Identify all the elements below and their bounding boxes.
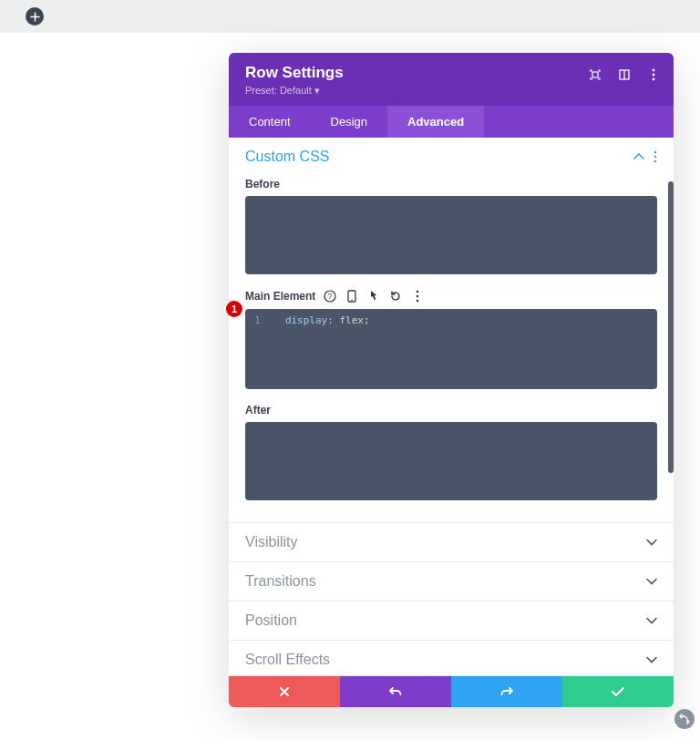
tab-content[interactable]: Content xyxy=(229,106,311,138)
settings-tabs: Content Design Advanced xyxy=(229,106,674,138)
svg-point-3 xyxy=(653,69,655,72)
resize-icon xyxy=(679,714,690,725)
before-code-editor[interactable] xyxy=(245,196,657,274)
undo-icon xyxy=(388,685,403,698)
close-icon xyxy=(278,685,291,698)
annotation-badge: 1 xyxy=(226,301,242,317)
modal-footer xyxy=(229,676,674,707)
section-header-visibility[interactable]: Visibility xyxy=(229,523,674,561)
section-title: Custom CSS xyxy=(245,149,329,165)
after-code-editor[interactable] xyxy=(245,422,657,500)
phone-icon[interactable] xyxy=(345,289,359,303)
help-icon[interactable]: ? xyxy=(323,289,337,303)
section-title: Position xyxy=(245,612,297,629)
tab-design[interactable]: Design xyxy=(311,106,387,138)
chevron-down-icon xyxy=(646,654,657,665)
chevron-down-icon xyxy=(646,537,657,548)
chevron-down-icon xyxy=(646,615,657,626)
svg-rect-0 xyxy=(592,72,598,77)
svg-point-14 xyxy=(417,295,419,298)
tab-advanced[interactable]: Advanced xyxy=(387,106,484,138)
redo-icon xyxy=(499,685,514,698)
section-kebab-icon[interactable] xyxy=(654,150,657,163)
save-button[interactable] xyxy=(562,676,674,707)
section-transitions: Transitions xyxy=(229,562,674,601)
resize-handle[interactable] xyxy=(674,709,695,729)
svg-point-7 xyxy=(654,156,657,159)
svg-point-12 xyxy=(352,299,354,301)
expand-icon[interactable] xyxy=(588,67,602,82)
code-colon: : xyxy=(327,314,334,326)
chevron-up-icon[interactable] xyxy=(633,151,644,162)
field-before: Before xyxy=(229,176,674,287)
hover-icon[interactable] xyxy=(366,289,381,303)
section-header-transitions[interactable]: Transitions xyxy=(229,562,674,601)
add-section-button[interactable] xyxy=(26,7,44,26)
section-title: Visibility xyxy=(245,534,298,550)
code-value: flex xyxy=(339,314,364,326)
preset-dropdown[interactable]: Preset: Default ▾ xyxy=(245,85,657,97)
before-label: Before xyxy=(245,178,280,190)
section-title: Transitions xyxy=(245,573,316,590)
row-settings-modal: Row Settings Preset: Default ▾ Content D… xyxy=(229,53,674,707)
svg-point-15 xyxy=(417,300,419,303)
field-kebab-icon[interactable] xyxy=(410,289,425,303)
field-after: After xyxy=(229,402,674,522)
code-line-number: 1 xyxy=(254,314,267,326)
plus-icon xyxy=(30,12,40,22)
section-title: Scroll Effects xyxy=(245,652,330,668)
main-code-editor[interactable]: 1 display: flex; xyxy=(245,309,657,389)
code-property: display xyxy=(285,314,327,326)
snap-icon[interactable] xyxy=(617,67,632,82)
header-actions xyxy=(588,67,661,82)
scrollbar[interactable] xyxy=(668,181,674,473)
code-semicolon: ; xyxy=(364,314,370,326)
svg-text:?: ? xyxy=(328,292,333,301)
main-element-label: Main Element xyxy=(245,290,315,303)
section-header-position[interactable]: Position xyxy=(229,601,674,640)
section-visibility: Visibility xyxy=(229,523,674,562)
svg-point-5 xyxy=(653,78,655,81)
reset-icon[interactable] xyxy=(388,289,403,303)
redo-button[interactable] xyxy=(451,676,562,707)
svg-point-13 xyxy=(417,291,419,293)
field-toolbar: ? xyxy=(323,289,425,303)
undo-button[interactable] xyxy=(340,676,451,707)
chevron-down-icon xyxy=(646,576,657,587)
field-main-element: Main Element ? xyxy=(229,287,674,402)
svg-point-8 xyxy=(654,160,657,163)
section-custom-css: Custom CSS Before Main Ele xyxy=(229,138,674,523)
after-label: After xyxy=(245,404,271,416)
svg-point-4 xyxy=(653,74,655,77)
modal-body: Custom CSS Before Main Ele xyxy=(229,138,674,676)
svg-point-6 xyxy=(654,151,657,154)
check-icon xyxy=(611,686,625,697)
section-header-custom-css[interactable]: Custom CSS xyxy=(229,138,674,176)
section-header-scroll-effects[interactable]: Scroll Effects xyxy=(229,641,674,675)
cancel-button[interactable] xyxy=(229,676,340,707)
section-scroll-effects: Scroll Effects xyxy=(229,641,674,676)
modal-header[interactable]: Row Settings Preset: Default ▾ xyxy=(229,53,674,106)
page-top-bar xyxy=(0,0,700,33)
section-position: Position xyxy=(229,601,674,641)
kebab-menu-icon[interactable] xyxy=(646,67,661,82)
